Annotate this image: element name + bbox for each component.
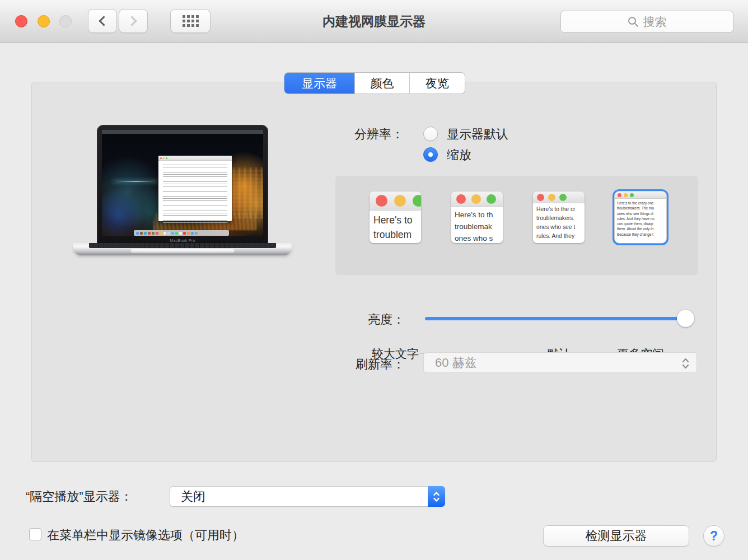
help-button[interactable]: ? [703, 525, 724, 547]
brightness-label: 亮度： [282, 311, 405, 328]
search-icon [628, 16, 639, 27]
brightness-slider-thumb[interactable] [677, 310, 694, 327]
yellow-dot-icon [624, 193, 628, 197]
yellow-dot-icon [548, 194, 555, 201]
bridge-lights [113, 181, 158, 182]
laptop-image: MacBook Pro [97, 125, 268, 244]
updown-chevron-icon [433, 490, 440, 503]
radio-default-label[interactable]: 显示器默认 [447, 126, 508, 143]
scale-option-larger-text[interactable]: Here's to troublem [370, 192, 421, 243]
airplay-display-value: 关闭 [181, 488, 205, 505]
laptop-menubar [102, 130, 263, 134]
mini-window-titlebar [370, 192, 421, 211]
red-dot-icon [537, 194, 544, 201]
mini-window: Here's to the crazy one troublemakers. T… [615, 192, 666, 243]
scale-option-default[interactable]: Here's to the cr troublemakers. ones who… [533, 192, 585, 243]
refresh-rate-label: 刷新率： [282, 356, 405, 373]
tab-displays[interactable]: 显示器 [284, 73, 354, 94]
mini-window-titlebar [451, 192, 503, 207]
updown-chevron-icon [681, 357, 690, 370]
refresh-rate-value: 60 赫兹 [435, 354, 477, 371]
laptop-trackpad [131, 249, 235, 253]
show-mirroring-options-checkbox[interactable] [29, 528, 41, 540]
yellow-dot-icon [471, 194, 481, 204]
laptop-base [73, 243, 292, 255]
laptop-screen [102, 130, 263, 236]
laptop-model-label: MacBook Pro [97, 239, 268, 242]
red-dot-icon [456, 194, 466, 204]
document-text-lines [163, 165, 227, 218]
radio-scaled-label[interactable]: 缩放 [447, 147, 471, 164]
red-dot-icon [376, 195, 387, 207]
mini-window-titlebar [533, 192, 585, 203]
document-titlebar [158, 156, 232, 161]
laptop-dock [134, 230, 229, 236]
titlebar: 内建视网膜显示器 搜索 [0, 0, 748, 43]
mini-window-titlebar [615, 192, 666, 199]
radio-default-for-display[interactable] [423, 127, 438, 141]
brightness-slider-track[interactable] [425, 317, 694, 320]
display-settings-panel: MacBook Pro 分辨率： 显示器默认 缩放 Here's to trou… [31, 82, 717, 462]
tab-color[interactable]: 颜色 [354, 73, 409, 94]
radio-scaled[interactable] [423, 147, 438, 162]
green-dot-icon [487, 194, 496, 204]
airplay-display-dropdown[interactable]: 关闭 [170, 486, 445, 507]
scale-option-more-space-selected[interactable]: Here's to the crazy one troublemakers. T… [613, 189, 668, 245]
green-dot-icon [559, 194, 567, 201]
detect-displays-button[interactable]: 检测显示器 [543, 525, 689, 547]
green-dot-icon [413, 195, 421, 207]
search-input[interactable]: 搜索 [560, 11, 733, 32]
mini-window-preview-text: Here's to the cr troublemakers. ones who… [533, 203, 585, 241]
document-window-thumbnail [158, 156, 232, 221]
search-placeholder: 搜索 [643, 14, 667, 30]
red-dot-icon [618, 193, 621, 197]
tab-bar: 显示器 颜色 夜览 [284, 73, 465, 94]
dropdown-arrows-button[interactable] [428, 486, 445, 507]
green-dot-icon [630, 193, 634, 197]
mini-window-preview-text: Here's to the crazy one troublemakers. T… [615, 199, 666, 237]
show-mirroring-options-label[interactable]: 在菜单栏中显示镜像选项（可用时） [47, 527, 244, 544]
mini-window-preview-text: Here's to th troublemak ones who s [451, 207, 503, 243]
scale-option-2[interactable]: Here's to th troublemak ones who s [451, 192, 503, 243]
resolution-label: 分辨率： [280, 126, 404, 143]
yellow-dot-icon [394, 195, 406, 207]
airplay-display-label: “隔空播放”显示器： [26, 488, 133, 505]
refresh-rate-dropdown[interactable]: 60 赫兹 [423, 352, 697, 373]
mini-window-preview-text: Here's to troublem [370, 211, 421, 242]
scaled-options-panel: Here's to troublem Here's to th troublem… [335, 176, 698, 275]
tab-night-shift[interactable]: 夜览 [409, 73, 465, 94]
laptop-keyboard [89, 243, 276, 248]
